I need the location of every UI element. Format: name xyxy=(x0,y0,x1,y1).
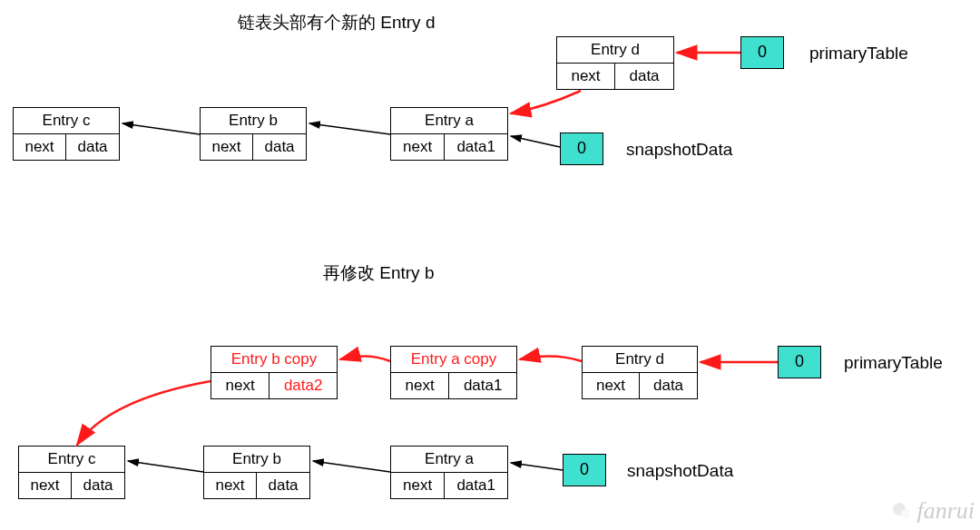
watermark-text: fanrui xyxy=(916,497,975,525)
snapshot-label-top: snapshotData xyxy=(626,140,732,160)
entry-next: next xyxy=(204,473,256,498)
entry-data: data xyxy=(71,473,124,498)
bottom-caption: 再修改 Entry b xyxy=(323,261,434,285)
svg-line-8 xyxy=(313,461,390,472)
entry-data: data xyxy=(252,134,306,160)
entry-data: data1 xyxy=(444,134,507,160)
entry-next: next xyxy=(557,64,614,89)
primary-label-top: primaryTable xyxy=(809,44,908,64)
entry-a-top: Entry a next data1 xyxy=(390,107,508,161)
bucket-snapshot-top: 0 xyxy=(560,132,603,165)
entry-next: next xyxy=(391,373,448,398)
entry-c-top: Entry c next data xyxy=(13,107,120,161)
entry-title: Entry c xyxy=(14,108,119,134)
entry-d-top: Entry d next data xyxy=(556,36,674,90)
entry-data: data1 xyxy=(444,473,507,498)
entry-a-bottom: Entry a next data1 xyxy=(390,446,508,499)
snapshot-label-bottom: snapshotData xyxy=(627,461,733,481)
wechat-icon xyxy=(891,500,913,522)
entry-title: Entry d xyxy=(557,37,673,64)
entry-c-bottom: Entry c next data xyxy=(18,446,125,499)
svg-line-5 xyxy=(122,123,200,134)
svg-line-4 xyxy=(309,123,390,134)
svg-line-9 xyxy=(128,461,203,472)
entry-data: data2 xyxy=(269,373,337,398)
entry-title: Entry b xyxy=(204,447,309,473)
entry-next: next xyxy=(211,373,269,398)
entry-a-copy: Entry a copy next data1 xyxy=(390,346,517,399)
bucket-primary-top: 0 xyxy=(740,36,784,69)
primary-label-bottom: primaryTable xyxy=(844,353,943,373)
entry-b-copy: Entry b copy next data2 xyxy=(211,346,338,399)
top-caption: 链表头部有个新的 Entry d xyxy=(238,11,435,34)
entry-next: next xyxy=(201,134,252,160)
entry-data: data xyxy=(256,473,309,498)
entry-title: Entry a xyxy=(391,447,507,473)
entry-b-top: Entry b next data xyxy=(200,107,307,161)
entry-title: Entry a xyxy=(391,108,507,134)
svg-point-1 xyxy=(901,509,910,518)
entry-title: Entry d xyxy=(583,347,697,373)
entry-title: Entry b copy xyxy=(211,347,337,373)
svg-line-3 xyxy=(511,136,560,147)
entry-next: next xyxy=(14,134,65,160)
entry-title: Entry a copy xyxy=(391,347,516,373)
entry-title: Entry c xyxy=(19,447,124,473)
entry-next: next xyxy=(583,373,639,398)
entry-next: next xyxy=(391,473,444,498)
bucket-primary-bottom: 0 xyxy=(778,346,821,378)
watermark: fanrui xyxy=(891,497,975,525)
entry-next: next xyxy=(19,473,71,498)
bucket-snapshot-bottom: 0 xyxy=(563,454,606,486)
entry-data: data xyxy=(614,64,673,89)
svg-line-7 xyxy=(511,463,563,470)
entry-data: data xyxy=(65,134,119,160)
entry-data: data1 xyxy=(448,373,516,398)
entry-data: data xyxy=(639,373,697,398)
entry-next: next xyxy=(391,134,444,160)
entry-title: Entry b xyxy=(201,108,306,134)
entry-d-bottom: Entry d next data xyxy=(582,346,698,399)
entry-b-bottom: Entry b next data xyxy=(203,446,310,499)
